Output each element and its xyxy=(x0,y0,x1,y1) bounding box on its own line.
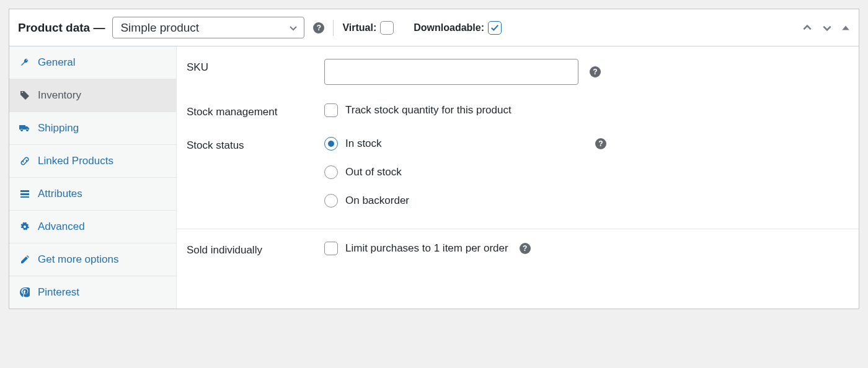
tab-inventory[interactable]: Inventory xyxy=(9,79,176,112)
sku-label: SKU xyxy=(187,59,324,74)
tab-general[interactable]: General xyxy=(9,46,176,79)
row-stock-status: Stock status In stock Out of stock xyxy=(177,131,859,220)
tab-pinterest[interactable]: Pinterest xyxy=(9,276,176,309)
tab-shipping[interactable]: Shipping xyxy=(9,112,176,145)
svg-rect-1 xyxy=(20,193,29,195)
sold-individually-checkbox[interactable] xyxy=(324,242,338,255)
pencil-icon xyxy=(19,255,30,265)
stock-status-instock[interactable]: In stock xyxy=(324,137,409,151)
stock-status-onbackorder[interactable]: On backorder xyxy=(324,194,409,208)
panel-title-row: Product data — Simple product xyxy=(18,17,304,38)
radio-label: Out of stock xyxy=(345,166,402,178)
tab-label: Linked Products xyxy=(38,155,113,167)
divider xyxy=(333,20,334,36)
virtual-checkbox[interactable] xyxy=(380,21,394,35)
sold-individually-label: Sold individually xyxy=(187,242,324,256)
tab-linked-products[interactable]: Linked Products xyxy=(9,145,176,178)
tab-label: Get more options xyxy=(38,253,118,266)
virtual-label: Virtual: xyxy=(342,22,376,33)
product-data-panel: Product data — Simple product ? Virtual:… xyxy=(9,9,859,309)
panel-title: Product data — xyxy=(18,21,105,35)
stock-status-radiogroup: In stock Out of stock On backorder xyxy=(324,137,409,208)
svg-rect-2 xyxy=(20,196,29,198)
panel-header: Product data — Simple product ? Virtual:… xyxy=(9,9,859,46)
radio-label: On backorder xyxy=(345,195,409,207)
radio-label: In stock xyxy=(345,138,382,150)
product-type-select-wrap: Simple product xyxy=(112,17,304,38)
help-icon[interactable]: ? xyxy=(590,66,601,77)
downloadable-checkbox[interactable] xyxy=(488,21,502,35)
radio-onbackorder[interactable] xyxy=(324,194,338,208)
sku-input[interactable] xyxy=(324,59,578,85)
list-icon xyxy=(19,189,30,199)
downloadable-option: Downloadable: xyxy=(414,21,502,35)
tab-get-more-options[interactable]: Get more options xyxy=(9,243,176,276)
tab-label: Inventory xyxy=(38,89,81,102)
track-stock-label: Track stock quantity for this product xyxy=(345,104,512,116)
virtual-option: Virtual: xyxy=(342,21,394,35)
panel-order-up[interactable] xyxy=(802,22,813,33)
tabs: General Inventory Shipping Linked Produc… xyxy=(9,46,177,309)
panel-toggles xyxy=(802,22,850,33)
wrench-icon xyxy=(19,58,30,68)
track-stock-checkbox[interactable] xyxy=(324,103,338,117)
truck-icon xyxy=(19,123,30,133)
help-icon[interactable]: ? xyxy=(313,22,324,33)
tab-advanced[interactable]: Advanced xyxy=(9,211,176,243)
downloadable-label: Downloadable: xyxy=(414,22,484,33)
product-type-select[interactable]: Simple product xyxy=(112,17,304,38)
tag-icon xyxy=(19,90,30,100)
tab-label: Advanced xyxy=(38,221,85,233)
panel-collapse[interactable] xyxy=(841,24,850,32)
row-sku: SKU ? xyxy=(177,46,859,97)
radio-outofstock[interactable] xyxy=(324,165,338,179)
tab-attributes[interactable]: Attributes xyxy=(9,178,176,211)
help-icon[interactable]: ? xyxy=(595,138,606,149)
stock-management-label: Stock management xyxy=(187,103,324,118)
tab-label: General xyxy=(38,56,75,69)
sold-individually-text: Limit purchases to 1 item per order xyxy=(345,242,508,255)
radio-instock[interactable] xyxy=(324,137,338,151)
sold-individually-option[interactable]: Limit purchases to 1 item per order xyxy=(324,242,508,255)
tab-label: Pinterest xyxy=(38,286,79,299)
stock-status-label: Stock status xyxy=(187,137,324,152)
row-stock-management: Stock management Track stock quantity fo… xyxy=(177,97,859,131)
help-icon[interactable]: ? xyxy=(520,243,531,254)
pinterest-icon xyxy=(19,287,30,297)
panel-body: General Inventory Shipping Linked Produc… xyxy=(9,46,859,309)
gear-icon xyxy=(19,222,30,232)
link-icon xyxy=(19,156,30,166)
row-sold-individually: Sold individually Limit purchases to 1 i… xyxy=(177,229,859,269)
stock-status-outofstock[interactable]: Out of stock xyxy=(324,165,409,179)
tab-label: Attributes xyxy=(38,188,82,200)
track-stock-option[interactable]: Track stock quantity for this product xyxy=(324,103,512,117)
tab-content-inventory: SKU ? Stock management Track stock quant… xyxy=(177,46,859,309)
panel-order-down[interactable] xyxy=(822,22,833,33)
svg-rect-0 xyxy=(20,190,29,192)
tab-label: Shipping xyxy=(38,122,79,134)
